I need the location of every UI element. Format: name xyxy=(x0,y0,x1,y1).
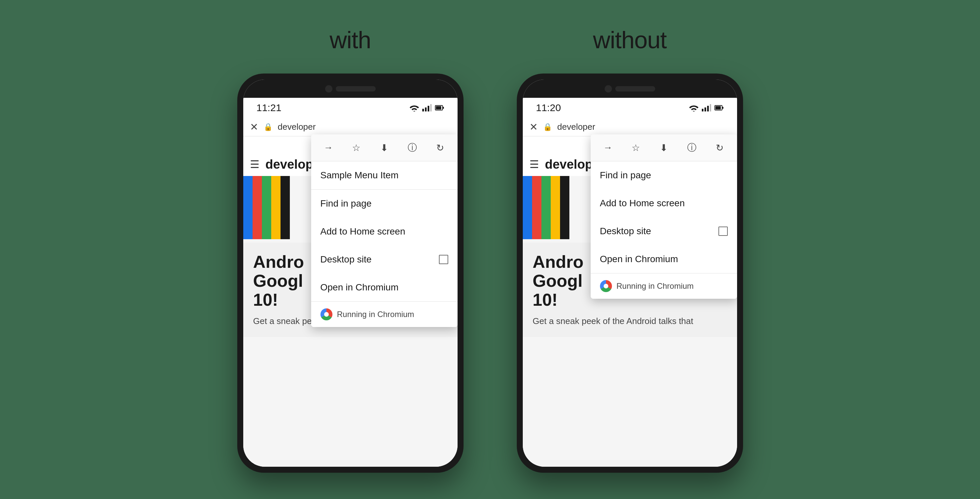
forward-icon-without[interactable]: → xyxy=(600,141,616,154)
dropdown-item-desktop-without[interactable]: Desktop site xyxy=(591,217,737,245)
desktop-checkbox-with[interactable] xyxy=(439,255,448,264)
chromium-icon-with xyxy=(320,308,332,320)
status-icons-without xyxy=(689,104,724,111)
info-icon-with[interactable]: ⓘ xyxy=(404,141,421,154)
chromium-icon-without xyxy=(600,280,612,292)
signal-icon-with xyxy=(422,104,431,111)
svg-rect-12 xyxy=(716,106,721,110)
dropdown-icons-row-without: → ☆ ⬇ ⓘ ↻ xyxy=(591,134,737,161)
dropdown-item-find-with[interactable]: Find in page xyxy=(311,190,458,218)
site-title-with: develop xyxy=(266,157,313,172)
star-icon-without[interactable]: ☆ xyxy=(628,141,644,154)
dropdown-item-desktop-with[interactable]: Desktop site xyxy=(311,246,458,273)
refresh-icon-without[interactable]: ↻ xyxy=(711,141,728,154)
svg-rect-13 xyxy=(722,107,724,109)
dropdown-item-open-without[interactable]: Open in Chromium xyxy=(591,245,737,273)
browser-lock-without: 🔒 xyxy=(543,123,552,131)
dropdown-item-add-without[interactable]: Add to Home screen xyxy=(591,189,737,217)
status-icons-with xyxy=(410,104,444,111)
panel-without: without 11:20 xyxy=(517,26,743,473)
browser-bar-with[interactable]: ✕ 🔒 developer xyxy=(243,118,458,137)
comparison-container: with 11:21 xyxy=(237,26,743,473)
star-icon-with[interactable]: ☆ xyxy=(348,141,365,154)
svg-rect-8 xyxy=(705,108,706,111)
browser-close-with[interactable]: ✕ xyxy=(250,121,258,133)
speaker-bar-with xyxy=(336,86,376,92)
dropdown-icons-row-with: → ☆ ⬇ ⓘ ↻ xyxy=(311,134,458,161)
svg-rect-1 xyxy=(425,108,426,111)
desktop-checkbox-without[interactable] xyxy=(718,227,728,236)
panel-without-label: without xyxy=(593,26,667,54)
signal-icon-without xyxy=(702,104,711,111)
camera-dot-with xyxy=(325,85,332,92)
battery-icon-without xyxy=(714,104,724,111)
hero-subtitle-without: Get a sneak peek of the Android talks th… xyxy=(533,315,727,327)
hamburger-icon-without[interactable]: ☰ xyxy=(530,158,539,171)
wifi-icon-with xyxy=(410,104,419,111)
hamburger-icon-with[interactable]: ☰ xyxy=(250,158,259,171)
phone-top-bar-without xyxy=(523,79,737,98)
svg-rect-10 xyxy=(710,104,711,111)
running-footer-without: Running in Chromium xyxy=(591,273,737,299)
svg-rect-2 xyxy=(428,106,429,111)
download-icon-without[interactable]: ⬇ xyxy=(655,141,672,154)
browser-close-without[interactable]: ✕ xyxy=(530,121,538,133)
svg-rect-9 xyxy=(707,106,709,111)
svg-rect-5 xyxy=(436,106,441,110)
dropdown-item-open-with[interactable]: Open in Chromium xyxy=(311,273,458,301)
dropdown-menu-with[interactable]: → ☆ ⬇ ⓘ ↻ Sample Menu Item Find in page xyxy=(311,134,458,327)
dropdown-item-add-with[interactable]: Add to Home screen xyxy=(311,218,458,246)
dropdown-menu-without[interactable]: → ☆ ⬇ ⓘ ↻ Find in page Add to Home scree… xyxy=(591,134,737,299)
speaker-bar-without xyxy=(615,86,655,92)
panel-with-label: with xyxy=(329,26,371,54)
running-footer-with: Running in Chromium xyxy=(311,301,458,327)
svg-rect-3 xyxy=(430,104,431,111)
browser-lock-with: 🔒 xyxy=(264,123,272,131)
download-icon-with[interactable]: ⬇ xyxy=(376,141,393,154)
status-time-with: 11:21 xyxy=(256,102,282,113)
phone-inner-with: 11:21 xyxy=(243,79,458,467)
forward-icon-with[interactable]: → xyxy=(320,141,337,154)
browser-bar-without[interactable]: ✕ 🔒 developer xyxy=(523,118,737,137)
wifi-icon-without xyxy=(689,104,698,111)
svg-rect-0 xyxy=(422,109,424,111)
running-text-without: Running in Chromium xyxy=(617,281,694,291)
svg-rect-7 xyxy=(702,109,703,111)
phone-top-bar-with xyxy=(243,79,458,98)
phone-frame-without: 11:20 xyxy=(517,73,743,473)
sample-menu-item-with[interactable]: Sample Menu Item xyxy=(311,161,458,190)
camera-dot-without xyxy=(605,85,612,92)
site-title-without: develop xyxy=(545,157,593,172)
browser-url-with: developer xyxy=(278,122,451,132)
status-bar-with: 11:21 xyxy=(243,98,458,118)
phone-frame-with: 11:21 xyxy=(237,73,463,473)
running-text-with: Running in Chromium xyxy=(337,310,414,319)
status-bar-without: 11:20 xyxy=(523,98,737,118)
phone-inner-without: 11:20 xyxy=(523,79,737,467)
battery-icon-with xyxy=(435,104,444,111)
status-time-without: 11:20 xyxy=(536,102,561,113)
dropdown-item-find-without[interactable]: Find in page xyxy=(591,161,737,189)
refresh-icon-with[interactable]: ↻ xyxy=(432,141,449,154)
info-icon-without[interactable]: ⓘ xyxy=(684,141,700,154)
browser-url-without: developer xyxy=(557,122,730,132)
svg-rect-6 xyxy=(443,107,444,109)
panel-with: with 11:21 xyxy=(237,26,463,473)
